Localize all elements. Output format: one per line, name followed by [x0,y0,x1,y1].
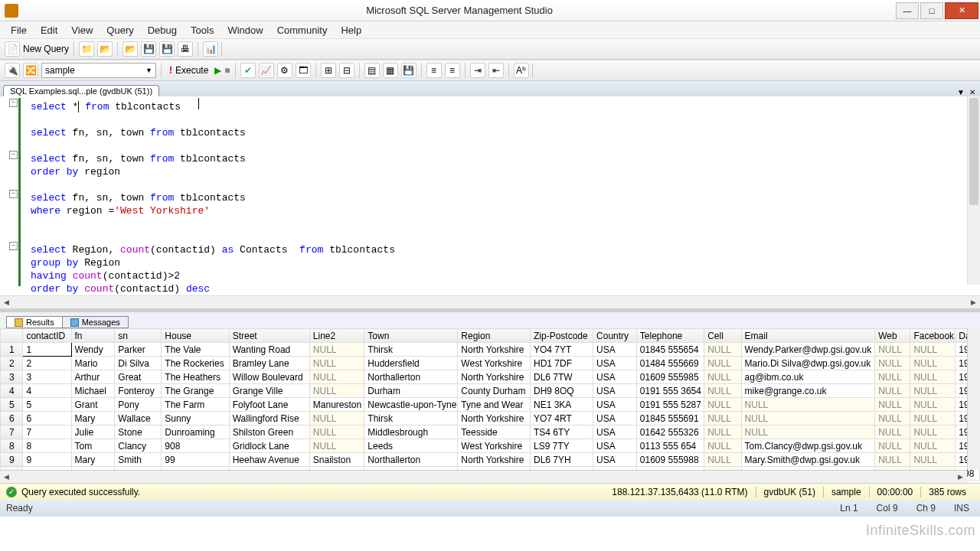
grid-cell[interactable]: Heehaw Avenue [229,453,309,467]
open-folder-icon[interactable]: 📂 [122,41,138,57]
row-header[interactable]: 8 [1,439,23,453]
grid-cell[interactable]: 01845 555691 [636,412,704,425]
grid-cell[interactable]: 9 [23,453,71,467]
grid-cell[interactable]: 01642 555326 [636,425,704,439]
minimize-button[interactable]: — [896,2,919,19]
menu-edit[interactable]: Edit [34,23,64,37]
column-header[interactable]: Cell [704,329,741,343]
grid-cell[interactable]: Tom.Clancy@dwp.gsi.gov.uk [741,439,875,453]
grid-cell[interactable]: 4 [23,384,71,398]
grid-cell[interactable]: NULL [704,384,741,398]
grid-cell[interactable]: West Yorkshire [458,357,531,370]
grid-cell[interactable]: USA [593,343,637,357]
grid-cell[interactable]: Wanting Road [229,343,309,357]
grid-cell[interactable]: USA [593,412,637,425]
grid-cell[interactable]: NULL [910,439,956,453]
grid-cell[interactable]: 7 [23,425,71,439]
grid-cell[interactable]: DL6 7TW [531,370,593,384]
change-connection-icon[interactable]: 🔀 [23,63,38,78]
open-file-icon[interactable]: 📂 [97,41,113,57]
grid-cell[interactable]: NULL [704,398,741,412]
table-row[interactable]: 44MichaelFonteroyThe GrangeGrange VilleN… [1,384,980,398]
menu-community[interactable]: Community [271,23,334,37]
grid-cell[interactable]: Gridlock Lane [229,439,309,453]
column-header[interactable]: House [162,329,229,343]
grid-cell[interactable]: Wendy [71,343,115,357]
sql-editor[interactable]: − − − − select * from tblcontacts select… [0,96,980,295]
grid-cell[interactable]: Newcastle-upon-Tyne [364,398,458,412]
grid-cell[interactable]: YO4 7YT [531,343,593,357]
grid-cell[interactable]: North Yorkshire [458,370,531,384]
grid-cell[interactable]: NULL [309,384,364,398]
save-icon[interactable]: 💾 [141,41,156,57]
grid-cell[interactable]: Michael [71,384,115,398]
grid-cell[interactable]: 8 [23,439,71,453]
menu-debug[interactable]: Debug [142,23,183,37]
grid-cell[interactable]: 0191 555 3654 [636,384,704,398]
grid-cell[interactable]: USA [593,370,637,384]
grid-cell[interactable]: Willow Boulevard [229,370,309,384]
grid-cell[interactable]: USA [593,439,637,453]
grid-cell[interactable]: NULL [910,425,956,439]
grid-cell[interactable]: Pony [115,398,162,412]
grid-cell[interactable]: Teesside [458,425,531,439]
grid-cell[interactable]: The Heathers [162,370,229,384]
grid-cell[interactable]: TS4 6TY [531,425,593,439]
grid-cell[interactable]: NULL [910,398,956,412]
grid-cell[interactable]: NULL [910,412,956,425]
grid-cell[interactable]: ag@ibm.co.uk [741,370,875,384]
grid-cell[interactable]: HD1 7DF [531,357,593,370]
include-plan-icon[interactable]: ⊞ [321,63,336,78]
grid-cell[interactable]: USA [593,453,637,467]
menu-view[interactable]: View [65,23,99,37]
table-row[interactable]: 77JulieStoneDunroamingShilston GreenNULL… [1,425,980,439]
tab-dropdown-icon[interactable]: ▼ [957,88,965,96]
grid-cell[interactable]: USA [593,398,637,412]
grid-cell[interactable]: Folyfoot Lane [229,398,309,412]
debug-icon[interactable]: ▶ [214,65,221,76]
menu-help[interactable]: Help [335,23,368,37]
grid-cell[interactable]: Di Silva [115,357,162,370]
row-header[interactable]: 6 [1,412,23,425]
grid-cell[interactable]: Thirsk [364,412,458,425]
grid-cell[interactable]: Grange Ville [229,384,309,398]
results-text-icon[interactable]: ▤ [364,63,380,78]
column-header[interactable]: Town [364,329,458,343]
results-file-icon[interactable]: 💾 [401,63,416,78]
fold-icon[interactable]: − [9,242,18,250]
grid-cell[interactable]: NULL [875,398,910,412]
grid-cell[interactable]: NULL [309,439,364,453]
grid-cell[interactable]: 6 [23,412,71,425]
database-combo[interactable]: sample ▼ [41,63,156,78]
grid-cell[interactable]: County Durham [458,384,531,398]
grid-cell[interactable]: Wallace [115,412,162,425]
grid-cell[interactable]: Smith [115,453,162,467]
grid-cell[interactable]: The Vale [162,343,229,357]
grid-cell[interactable]: Wallingford Rise [229,412,309,425]
grid-cell[interactable]: Leeds [364,439,458,453]
grid-cell[interactable]: 01609 555985 [636,370,704,384]
grid-cell[interactable]: The Grange [162,384,229,398]
column-header[interactable]: Country [593,329,637,343]
specify-template-icon[interactable]: Aᵇ [514,63,529,78]
uncomment-icon[interactable]: ≡ [445,63,460,78]
comment-icon[interactable]: ≡ [426,63,442,78]
grid-cell[interactable]: NULL [309,357,364,370]
grid-cell[interactable]: LS9 7TY [531,439,593,453]
query-options-icon[interactable]: ⚙ [277,63,292,78]
column-header[interactable]: contactID [23,329,71,343]
grid-cell[interactable]: Parker [115,343,162,357]
grid-cell[interactable]: NULL [910,343,956,357]
grid-cell[interactable]: Shilston Green [229,425,309,439]
table-row[interactable]: 55GrantPonyThe FarmFolyfoot LaneManurest… [1,398,980,412]
grid-cell[interactable]: North Yorkshire [458,453,531,467]
grid-cell[interactable]: Middlesbrough [364,425,458,439]
grid-cell[interactable]: Wendy.Parker@dwp.gsi.gov.uk [741,343,875,357]
connect-icon[interactable]: 🔌 [5,63,20,78]
grid-horizontal-scrollbar[interactable]: ◀▶ [0,470,967,483]
grid-cell[interactable]: Grant [71,398,115,412]
grid-cell[interactable]: Arthur [71,370,115,384]
grid-cell[interactable]: 908 [162,439,229,453]
grid-cell[interactable]: Thirsk [364,343,458,357]
grid-cell[interactable]: mike@grange.co.uk [741,384,875,398]
